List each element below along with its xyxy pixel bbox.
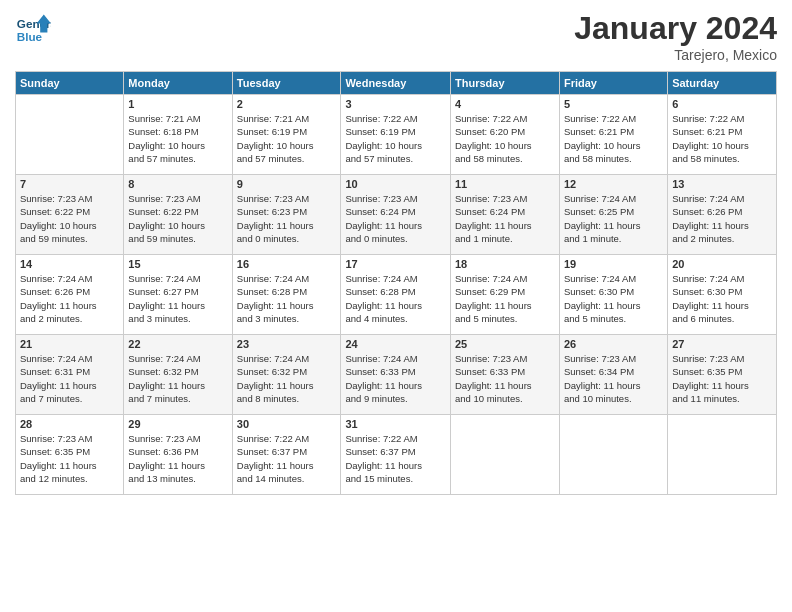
cell-w0-d5: 5Sunrise: 7:22 AMSunset: 6:21 PMDaylight… [559,95,667,175]
cell-w3-d4: 25Sunrise: 7:23 AMSunset: 6:33 PMDayligh… [451,335,560,415]
day-info: Sunrise: 7:24 AMSunset: 6:29 PMDaylight:… [455,272,555,325]
day-info: Sunrise: 7:23 AMSunset: 6:24 PMDaylight:… [345,192,446,245]
info-line: and 4 minutes. [345,313,407,324]
info-line: and 14 minutes. [237,473,305,484]
cell-w4-d4 [451,415,560,495]
col-header-thursday: Thursday [451,72,560,95]
info-line: Sunset: 6:35 PM [672,366,742,377]
info-line: Sunset: 6:20 PM [455,126,525,137]
info-line: Sunset: 6:36 PM [128,446,198,457]
cell-w4-d1: 29Sunrise: 7:23 AMSunset: 6:36 PMDayligh… [124,415,232,495]
info-line: Sunrise: 7:23 AM [672,353,744,364]
cell-w4-d3: 31Sunrise: 7:22 AMSunset: 6:37 PMDayligh… [341,415,451,495]
info-line: and 10 minutes. [455,393,523,404]
day-number: 9 [237,178,337,190]
day-number: 1 [128,98,227,110]
cell-w1-d5: 12Sunrise: 7:24 AMSunset: 6:25 PMDayligh… [559,175,667,255]
info-line: Daylight: 11 hours [237,220,314,231]
info-line: Sunrise: 7:24 AM [128,353,200,364]
info-line: and 13 minutes. [128,473,196,484]
day-info: Sunrise: 7:22 AMSunset: 6:37 PMDaylight:… [345,432,446,485]
info-line: Daylight: 10 hours [128,140,205,151]
info-line: Sunset: 6:19 PM [345,126,415,137]
week-row-5: 28Sunrise: 7:23 AMSunset: 6:35 PMDayligh… [16,415,777,495]
info-line: and 59 minutes. [20,233,88,244]
week-row-1: 1Sunrise: 7:21 AMSunset: 6:18 PMDaylight… [16,95,777,175]
info-line: Sunset: 6:33 PM [455,366,525,377]
info-line: Sunrise: 7:24 AM [672,193,744,204]
day-number: 10 [345,178,446,190]
col-header-wednesday: Wednesday [341,72,451,95]
info-line: Sunset: 6:33 PM [345,366,415,377]
day-info: Sunrise: 7:22 AMSunset: 6:21 PMDaylight:… [672,112,772,165]
info-line: and 57 minutes. [237,153,305,164]
day-info: Sunrise: 7:24 AMSunset: 6:28 PMDaylight:… [345,272,446,325]
day-info: Sunrise: 7:22 AMSunset: 6:37 PMDaylight:… [237,432,337,485]
col-header-saturday: Saturday [668,72,777,95]
day-info: Sunrise: 7:24 AMSunset: 6:32 PMDaylight:… [237,352,337,405]
cell-w2-d3: 17Sunrise: 7:24 AMSunset: 6:28 PMDayligh… [341,255,451,335]
info-line: Sunset: 6:21 PM [672,126,742,137]
day-number: 21 [20,338,119,350]
info-line: Daylight: 11 hours [20,300,97,311]
day-info: Sunrise: 7:22 AMSunset: 6:19 PMDaylight:… [345,112,446,165]
cell-w4-d0: 28Sunrise: 7:23 AMSunset: 6:35 PMDayligh… [16,415,124,495]
info-line: Daylight: 11 hours [237,300,314,311]
info-line: Sunset: 6:23 PM [237,206,307,217]
day-number: 14 [20,258,119,270]
day-number: 19 [564,258,663,270]
cell-w0-d4: 4Sunrise: 7:22 AMSunset: 6:20 PMDaylight… [451,95,560,175]
info-line: Daylight: 10 hours [345,140,422,151]
info-line: and 7 minutes. [20,393,82,404]
info-line: Daylight: 10 hours [20,220,97,231]
cell-w1-d4: 11Sunrise: 7:23 AMSunset: 6:24 PMDayligh… [451,175,560,255]
day-number: 7 [20,178,119,190]
cell-w3-d0: 21Sunrise: 7:24 AMSunset: 6:31 PMDayligh… [16,335,124,415]
info-line: and 57 minutes. [345,153,413,164]
info-line: Sunset: 6:28 PM [237,286,307,297]
info-line: and 8 minutes. [237,393,299,404]
info-line: Sunrise: 7:23 AM [237,193,309,204]
info-line: Sunset: 6:34 PM [564,366,634,377]
info-line: Daylight: 11 hours [237,380,314,391]
info-line: Sunset: 6:22 PM [128,206,198,217]
info-line: Daylight: 11 hours [20,380,97,391]
day-info: Sunrise: 7:23 AMSunset: 6:35 PMDaylight:… [20,432,119,485]
day-number: 3 [345,98,446,110]
day-number: 16 [237,258,337,270]
cell-w1-d0: 7Sunrise: 7:23 AMSunset: 6:22 PMDaylight… [16,175,124,255]
info-line: Sunset: 6:24 PM [455,206,525,217]
info-line: Sunset: 6:25 PM [564,206,634,217]
day-number: 8 [128,178,227,190]
col-header-friday: Friday [559,72,667,95]
info-line: Daylight: 11 hours [455,220,532,231]
day-info: Sunrise: 7:24 AMSunset: 6:30 PMDaylight:… [564,272,663,325]
info-line: Daylight: 11 hours [345,300,422,311]
info-line: Sunrise: 7:24 AM [345,353,417,364]
info-line: Sunrise: 7:22 AM [672,113,744,124]
info-line: Sunrise: 7:24 AM [455,273,527,284]
info-line: and 2 minutes. [20,313,82,324]
cell-w2-d1: 15Sunrise: 7:24 AMSunset: 6:27 PMDayligh… [124,255,232,335]
info-line: Daylight: 10 hours [672,140,749,151]
cell-w2-d2: 16Sunrise: 7:24 AMSunset: 6:28 PMDayligh… [232,255,341,335]
info-line: Sunrise: 7:24 AM [672,273,744,284]
day-info: Sunrise: 7:24 AMSunset: 6:27 PMDaylight:… [128,272,227,325]
info-line: Sunrise: 7:24 AM [20,273,92,284]
day-number: 6 [672,98,772,110]
info-line: Daylight: 10 hours [237,140,314,151]
day-number: 28 [20,418,119,430]
cell-w4-d6 [668,415,777,495]
header: General Blue January 2024 Tarejero, Mexi… [15,10,777,63]
info-line: Daylight: 10 hours [564,140,641,151]
info-line: and 58 minutes. [672,153,740,164]
day-number: 5 [564,98,663,110]
day-info: Sunrise: 7:22 AMSunset: 6:20 PMDaylight:… [455,112,555,165]
cell-w0-d3: 3Sunrise: 7:22 AMSunset: 6:19 PMDaylight… [341,95,451,175]
day-info: Sunrise: 7:24 AMSunset: 6:28 PMDaylight:… [237,272,337,325]
day-number: 29 [128,418,227,430]
day-number: 23 [237,338,337,350]
cell-w4-d5 [559,415,667,495]
day-info: Sunrise: 7:23 AMSunset: 6:36 PMDaylight:… [128,432,227,485]
info-line: Sunrise: 7:23 AM [20,193,92,204]
